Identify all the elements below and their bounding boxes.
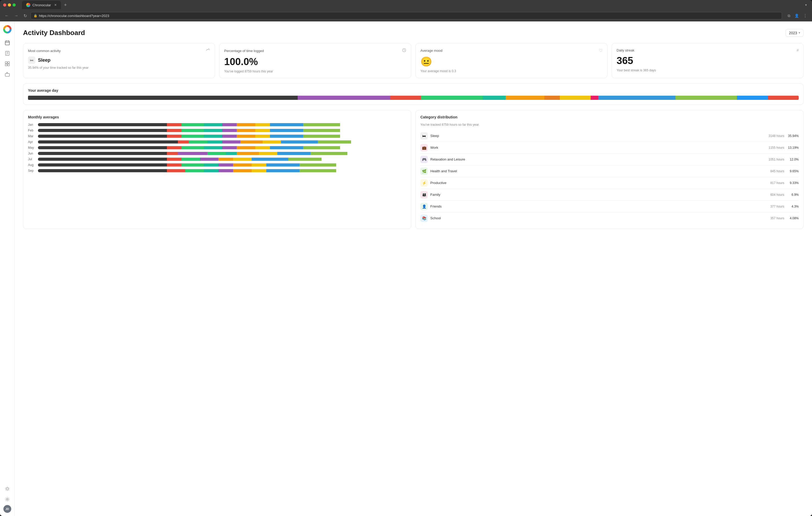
screenshot-button[interactable]: ⧉: [786, 12, 792, 19]
category-icon: 👨‍👩‍👧: [420, 191, 428, 199]
category-hours: 3148 hours: [766, 134, 784, 138]
month-bar-segment: [252, 163, 266, 166]
active-tab[interactable]: Chronocular ✕: [22, 1, 61, 9]
year-selector[interactable]: 2023 ▾: [786, 29, 804, 37]
month-bar-segment: [167, 123, 181, 126]
avg-day-segment: [591, 96, 598, 100]
sidebar-item-sun[interactable]: [3, 484, 12, 493]
month-bar-segment: [255, 146, 270, 149]
month-bar-segment: [237, 146, 255, 149]
month-bar-segment: [167, 146, 181, 149]
sleep-icon: 🛏: [28, 57, 35, 64]
category-icon: ⚡: [420, 179, 428, 187]
new-tab-button[interactable]: +: [62, 2, 69, 8]
menu-button[interactable]: ⋮: [802, 12, 809, 19]
maximize-button[interactable]: [12, 3, 16, 6]
address-bar[interactable]: 🔒 https://chronocular.com/dashboard?year…: [31, 12, 782, 19]
stat-card-time: Percentage of time logged 100.0% You've …: [219, 43, 411, 78]
app-body: JD Activity Dashboard 2023 ▾ Most common…: [0, 22, 812, 516]
forward-button[interactable]: →: [12, 12, 20, 19]
month-bar-segment: [252, 169, 266, 172]
user-avatar[interactable]: JD: [3, 505, 11, 513]
monthly-section: Monthly averages JanFebMarAprMayJunJulAu…: [23, 110, 411, 229]
month-bar-segment: [255, 134, 270, 138]
app-logo[interactable]: [3, 25, 12, 34]
avg-day-segment: [560, 96, 591, 100]
month-row: Feb: [28, 129, 406, 132]
month-label: Jul: [28, 157, 35, 161]
sidebar-bottom: JD: [3, 484, 12, 513]
category-name: Relaxation and Leisure: [430, 157, 763, 161]
month-bar-segment: [226, 152, 237, 155]
stat-card-activity-header: Most common activity: [28, 48, 210, 53]
mood-emoji: 😐: [420, 56, 603, 67]
time-icon: [402, 48, 406, 53]
month-bar-segment: [178, 152, 207, 155]
month-row: Sep: [28, 169, 406, 173]
refresh-button[interactable]: ↻: [22, 12, 29, 19]
category-icon: 🎮: [420, 156, 428, 163]
stat-card-streak: Daily streak # 365 Your best streak is 3…: [612, 43, 804, 78]
category-name: Family: [430, 193, 763, 196]
mood-icon: ♡: [599, 48, 603, 53]
month-bar-segment: [222, 129, 237, 132]
tab-dropdown-btn[interactable]: ▾: [803, 3, 809, 7]
stats-grid: Most common activity 🛏 Sleep 35.94% of y…: [23, 43, 804, 78]
month-bar: [38, 169, 406, 172]
profile-button[interactable]: 👤: [793, 12, 801, 19]
streak-value: 365: [616, 55, 799, 66]
back-button[interactable]: ←: [3, 12, 10, 19]
stat-card-mood: Average mood ♡ 😐 Your average mood is 0.…: [415, 43, 607, 78]
traffic-lights: [3, 3, 16, 6]
sidebar-item-calendar[interactable]: [3, 38, 12, 48]
stat-card-time-header: Percentage of time logged: [224, 48, 406, 53]
month-bar: [38, 123, 406, 126]
avg-day-segment: [28, 96, 298, 100]
month-label: Sep: [28, 169, 35, 173]
sidebar-item-journal[interactable]: [3, 49, 12, 58]
category-icon: 🛏: [420, 132, 428, 140]
sidebar-item-briefcase[interactable]: [3, 69, 12, 79]
month-bar-segment: [237, 134, 255, 138]
category-title: Category distribution: [420, 115, 799, 119]
category-row: 🎮Relaxation and Leisure1051 hours12.0%: [420, 154, 799, 165]
month-bar-segment: [222, 123, 237, 126]
close-button[interactable]: [3, 3, 6, 6]
streak-icon: #: [796, 48, 799, 52]
tab-close-btn[interactable]: ✕: [54, 3, 57, 7]
stat-card-activity-title: Most common activity: [28, 49, 61, 53]
svg-line-21: [6, 490, 6, 490]
month-bar-segment: [270, 134, 303, 138]
category-pct: 4.3%: [787, 205, 799, 208]
minimize-button[interactable]: [8, 3, 11, 6]
month-bar-segment: [252, 158, 289, 161]
month-bar-segment: [38, 169, 167, 172]
bottom-grid: Monthly averages JanFebMarAprMayJunJulAu…: [23, 110, 804, 229]
lock-icon: 🔒: [33, 14, 37, 18]
activity-name: Sleep: [38, 58, 51, 63]
month-bar-segment: [178, 140, 189, 144]
stat-card-streak-header: Daily streak #: [616, 48, 799, 52]
month-bar-segment: [233, 163, 252, 166]
category-row: 💼Work1155 hours13.19%: [420, 142, 799, 154]
month-bar-segment: [200, 158, 219, 161]
month-bar-segment: [318, 140, 351, 144]
month-bar-segment: [204, 129, 222, 132]
month-bar-segment: [204, 134, 222, 138]
svg-point-13: [6, 488, 8, 490]
month-row: Jan: [28, 123, 406, 126]
stat-card-mood-title: Average mood: [420, 49, 442, 53]
month-label: Aug: [28, 163, 35, 167]
category-hours: 357 hours: [766, 216, 784, 220]
svg-rect-11: [7, 64, 9, 66]
sidebar-item-grid[interactable]: [3, 59, 12, 68]
month-bar-segment: [167, 129, 181, 132]
month-bar-segment: [263, 140, 281, 144]
year-dropdown-icon: ▾: [799, 31, 800, 34]
month-bar-segment: [255, 123, 270, 126]
sidebar-item-settings[interactable]: [3, 494, 12, 504]
monthly-bars: JanFebMarAprMayJunJulAugSep: [28, 123, 406, 173]
category-name: Health and Travel: [430, 169, 763, 173]
category-pct: 4.08%: [787, 216, 799, 220]
tab-bar: Chronocular ✕ +: [22, 1, 801, 9]
